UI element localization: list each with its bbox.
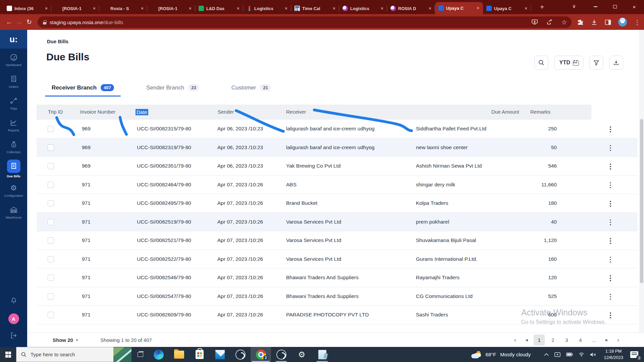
row-actions-kebab-icon[interactable] (608, 255, 612, 264)
scrollbar-thumb[interactable] (640, 119, 643, 283)
tab-close-icon[interactable]: × (187, 6, 193, 11)
weather-widget[interactable]: 68°F Mostly cloudy (467, 347, 535, 362)
maximize-button[interactable] (605, 0, 625, 13)
sidebar-item-trips[interactable]: Trips (0, 93, 27, 114)
downloads-icon[interactable] (591, 19, 597, 25)
taskbar-edge[interactable] (148, 347, 169, 362)
page-size-select[interactable]: Show 20 ▾ (53, 337, 78, 343)
upaya-logo[interactable]: u: (0, 30, 27, 49)
taskbar-notepad[interactable] (312, 347, 332, 362)
taskbar-app-1[interactable] (230, 347, 251, 362)
wifi-icon[interactable] (579, 352, 584, 357)
browser-tab[interactable]: L&D Das × (195, 3, 243, 14)
row-checkbox[interactable] (48, 126, 54, 132)
page-number[interactable]: 4 (575, 335, 586, 346)
taskbar-search[interactable]: Type here to search (16, 347, 114, 362)
export-download-button[interactable] (609, 56, 623, 70)
row-checkbox[interactable] (48, 293, 54, 300)
row-checkbox[interactable] (48, 219, 54, 225)
page-number[interactable]: 3 (561, 335, 572, 346)
row-actions-kebab-icon[interactable] (608, 144, 612, 153)
tray-chevron-up-icon[interactable] (544, 353, 549, 356)
sidebar-item-configuration[interactable]: ⚙ Configuration (0, 180, 27, 201)
tab-close-icon[interactable]: × (427, 6, 433, 11)
forward-button[interactable]: → (14, 18, 24, 26)
browser-tab[interactable]: ROSIA D × (387, 3, 435, 14)
row-checkbox[interactable] (48, 256, 54, 262)
minimize-button[interactable] (586, 0, 605, 13)
tab-close-icon[interactable]: × (235, 6, 241, 11)
row-actions-kebab-icon[interactable] (608, 125, 612, 134)
sidebar-item-dashboard[interactable]: Dashboard (0, 49, 27, 70)
taskbar-app-2[interactable] (271, 347, 291, 362)
task-view-button[interactable] (132, 347, 148, 362)
bookmark-star-icon[interactable]: ☆ (561, 19, 568, 25)
tab-sender-branch[interactable]: Sender Branch 23 (142, 84, 204, 97)
browser-tab[interactable]: Upaya C × (435, 2, 483, 14)
header-remarks[interactable]: Remarks (530, 109, 550, 115)
row-checkbox[interactable] (48, 200, 54, 206)
back-button[interactable]: ← (4, 18, 14, 26)
taskbar-store[interactable] (189, 347, 210, 362)
battery-icon[interactable] (566, 353, 573, 356)
browser-profile-avatar[interactable] (618, 18, 627, 26)
browser-tab[interactable]: Logistics × (339, 3, 387, 14)
row-checkbox[interactable] (48, 275, 54, 281)
browser-menu-kebab-icon[interactable]: ⋮ (634, 19, 641, 25)
tab-receiver-branch[interactable]: Receiver Branch 407 (47, 84, 119, 97)
side-panel-icon[interactable] (604, 19, 611, 25)
action-center-button[interactable]: 3 (625, 347, 644, 362)
browser-tab[interactable]: [ROSIA-1 × (51, 3, 99, 14)
search-highlight-image[interactable] (113, 347, 131, 362)
first-page-button[interactable]: ‹ (511, 336, 520, 344)
page-number[interactable]: 1 (534, 335, 545, 346)
reload-button[interactable]: ↻ (24, 18, 34, 26)
tab-close-icon[interactable]: × (523, 6, 529, 11)
sidebar-item-reports[interactable]: Reports (0, 114, 27, 136)
taskbar-chrome[interactable]: 2 (251, 347, 271, 362)
taskbar-mail[interactable] (210, 347, 230, 362)
tab-search-chevron-icon[interactable]: ∨ (572, 3, 576, 9)
row-actions-kebab-icon[interactable] (608, 311, 612, 320)
cast-icon[interactable] (554, 352, 560, 357)
tab-close-icon[interactable]: × (44, 6, 49, 11)
browser-tab[interactable]: Logistics × (243, 3, 291, 14)
browser-tab[interactable]: Time Cal × (291, 3, 339, 14)
browser-tab[interactable]: [ROSIA-1 × (147, 3, 195, 14)
tab-close-icon[interactable]: × (140, 6, 145, 11)
row-checkbox[interactable] (48, 163, 54, 169)
taskbar-settings[interactable]: ⚙ (291, 347, 312, 362)
header-due-amount[interactable]: Due Amount (491, 109, 519, 115)
row-actions-kebab-icon[interactable] (608, 162, 612, 171)
start-button[interactable] (0, 347, 16, 362)
tab-close-icon[interactable]: × (475, 5, 481, 11)
tab-close-icon[interactable]: × (283, 6, 289, 11)
row-actions-kebab-icon[interactable] (608, 199, 612, 208)
row-checkbox[interactable] (48, 144, 54, 151)
next-page-button[interactable]: ▸ (602, 337, 611, 343)
lock-icon[interactable] (43, 20, 46, 24)
tab-close-icon[interactable]: × (331, 6, 337, 11)
tab-close-icon[interactable]: × (379, 6, 385, 11)
header-trip-id[interactable]: Trip ID (48, 109, 63, 115)
logout-icon[interactable] (10, 331, 18, 341)
browser-tab[interactable]: Upaya C × (483, 3, 531, 14)
taskbar-clock[interactable]: 1:18 PM 12/6/2023 (604, 348, 623, 361)
sidebar-item-collection[interactable]: $ Collection (0, 136, 27, 158)
row-actions-kebab-icon[interactable] (608, 218, 612, 227)
page-number[interactable]: 2 (547, 335, 558, 346)
row-actions-kebab-icon[interactable] (608, 237, 612, 245)
tab-close-icon[interactable]: × (92, 6, 97, 11)
volume-muted-icon[interactable] (590, 352, 596, 357)
extensions-puzzle-icon[interactable] (577, 19, 584, 25)
close-window-button[interactable]: × (625, 0, 644, 13)
header-sender[interactable]: Sender (218, 109, 234, 115)
new-tab-button[interactable]: + (537, 2, 547, 12)
install-app-icon[interactable] (531, 19, 538, 25)
header-invoice-number[interactable]: Invoice Number (80, 109, 115, 115)
page-number[interactable]: ... (589, 335, 600, 346)
row-actions-kebab-icon[interactable] (608, 293, 612, 301)
row-actions-kebab-icon[interactable] (608, 274, 612, 283)
row-checkbox[interactable] (48, 312, 54, 318)
row-actions-kebab-icon[interactable] (608, 181, 612, 190)
